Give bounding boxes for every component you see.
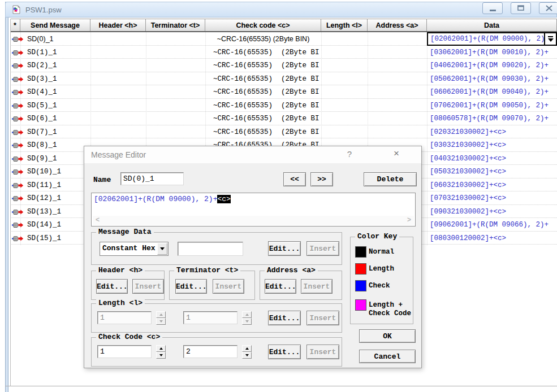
- data-cell[interactable]: [02062001]+(R(DM 09000), 2)+: [427, 32, 557, 46]
- table-row[interactable]: SD(6)_1~CRC-16(65535) (2Byte BI[08060578…: [10, 112, 557, 125]
- column-header-[interactable]: *: [10, 19, 20, 31]
- check-code-insert-button[interactable]: Insert: [306, 345, 339, 359]
- dialog-close-icon[interactable]: ×: [390, 148, 403, 159]
- check-code-cell: ~CRC-16(65535) (2Byte BI: [205, 88, 321, 98]
- length-spinner-1[interactable]: [156, 311, 166, 325]
- next-message-button[interactable]: >>: [310, 172, 333, 186]
- spin-up-icon[interactable]: [156, 311, 166, 318]
- column-header-check-code-c[interactable]: Check code <c>: [205, 19, 321, 31]
- combo-dropdown-button[interactable]: [157, 243, 167, 255]
- cell-dropdown-button[interactable]: [544, 33, 556, 45]
- message-content-box[interactable]: [02062001]+(R(DM 09000), 2)+<c> < >: [91, 193, 416, 227]
- check-code-cell: ~CRC-16(65535) (2Byte BI: [205, 102, 321, 111]
- send-message-plug-icon: [11, 88, 24, 95]
- column-header-length-l[interactable]: Length <l>: [321, 19, 368, 31]
- send-message-plug-icon: [11, 102, 24, 109]
- color-key-item-label: Check: [369, 282, 390, 290]
- window-titlebar[interactable]: PSW1.psw: [5, 2, 557, 18]
- data-cell: [020321030002]+<c>: [427, 125, 557, 139]
- color-key-group: Color Key NormalLengthCheckLength + Chec…: [350, 237, 413, 324]
- table-row[interactable]: SD(0)_1~CRC-16(65535) (2Byte BIN)[020620…: [10, 32, 557, 46]
- data-type-combobox[interactable]: Constant Hex: [100, 242, 169, 256]
- delete-button[interactable]: Delete: [364, 172, 417, 186]
- cancel-button[interactable]: Cancel: [359, 350, 416, 363]
- length-value-2[interactable]: [183, 311, 238, 324]
- column-header-address-a[interactable]: Address <a>: [368, 19, 427, 31]
- data-cell: [09062001]+(R(DM 09066), 2)+: [427, 218, 557, 232]
- check-code-group-label: Check Code <c>: [96, 333, 162, 341]
- ok-button[interactable]: OK: [359, 329, 416, 343]
- message-editor-dialog: Message Editor ? × Name << >> Delete [02…: [84, 146, 422, 368]
- window-left-frame: [5, 2, 8, 392]
- color-swatch: [355, 246, 366, 258]
- data-cell: [060321030002]+<c>: [427, 178, 557, 192]
- address-edit-button[interactable]: Edit...: [265, 279, 296, 294]
- message-data-edit-button[interactable]: Edit...: [268, 241, 301, 256]
- header-edit-button[interactable]: Edit...: [96, 279, 128, 294]
- table-row[interactable]: SD(3)_1~CRC-16(65535) (2Byte BI[05062001…: [10, 72, 557, 86]
- message-data-insert-button[interactable]: Insert: [306, 241, 339, 256]
- table-row[interactable]: SD(7)_1~CRC-16(65535) (2Byte BI[02032103…: [10, 125, 557, 139]
- send-message-plug-icon: [11, 141, 24, 149]
- terminator-edit-button[interactable]: Edit...: [175, 279, 207, 294]
- color-swatch: [355, 263, 366, 275]
- header-insert-button[interactable]: Insert: [132, 279, 164, 294]
- column-header-data[interactable]: Data: [427, 19, 557, 31]
- column-header-send-message[interactable]: Send Message: [20, 19, 90, 31]
- chevron-down-icon: [160, 247, 165, 250]
- data-cell: [05062001]+(R(DM 09030), 2)+: [427, 72, 557, 86]
- send-message-name: SD(11)_1: [27, 181, 61, 189]
- send-message-plug-icon: [11, 155, 24, 162]
- terminator-insert-button[interactable]: Insert: [213, 279, 244, 294]
- data-cell: [080300120002]+<c>: [427, 232, 557, 245]
- color-key-label: Color Key: [355, 232, 399, 241]
- send-message-plug-icon: [11, 35, 24, 42]
- spin-up-icon[interactable]: [242, 311, 252, 318]
- table-row[interactable]: SD(1)_1~CRC-16(65535) (2Byte BI[03062001…: [10, 46, 557, 59]
- length-edit-button[interactable]: Edit...: [268, 311, 301, 325]
- spin-down-icon[interactable]: [156, 352, 166, 359]
- check-code-spinner-1[interactable]: [156, 345, 166, 359]
- length-insert-button[interactable]: Insert: [306, 311, 339, 325]
- table-row[interactable]: SD(2)_1~CRC-16(65535) (2Byte BI[04062001…: [10, 59, 557, 72]
- length-group-label: Length <l>: [96, 299, 145, 307]
- spin-down-icon[interactable]: [156, 318, 166, 325]
- check-code-spinner-2[interactable]: [242, 345, 252, 359]
- message-data-input[interactable]: [178, 242, 243, 256]
- data-cell: [030321030002]+<c>: [427, 138, 557, 152]
- send-message-name: SD(7)_1: [27, 128, 57, 136]
- check-code-value-1[interactable]: [97, 345, 152, 358]
- send-message-name: SD(2)_1: [27, 62, 57, 69]
- prev-message-button[interactable]: <<: [283, 172, 306, 186]
- terminator-group: Terminator <t> Edit... Insert: [169, 271, 255, 300]
- column-header-terminator-t[interactable]: Terminator <t>: [146, 19, 205, 31]
- length-spinner-2[interactable]: [242, 311, 252, 325]
- help-icon[interactable]: ?: [343, 149, 356, 159]
- send-message-plug-icon: [11, 208, 24, 215]
- restore-button[interactable]: [511, 2, 531, 14]
- check-code-value-2[interactable]: [183, 345, 238, 358]
- spin-up-icon[interactable]: [156, 345, 166, 352]
- check-code-edit-button[interactable]: Edit...: [268, 345, 301, 359]
- data-cell: [090321030002]+<c>: [427, 205, 557, 219]
- table-row[interactable]: SD(5)_1~CRC-16(65535) (2Byte BI[07062001…: [10, 99, 557, 112]
- spin-up-icon[interactable]: [242, 345, 252, 352]
- color-key-item-label: Length: [369, 265, 394, 273]
- data-cell: [04062001]+(R(DM 09020), 2)+: [427, 59, 557, 72]
- length-value-1[interactable]: [97, 311, 152, 324]
- close-button[interactable]: [539, 2, 557, 14]
- scroll-right-icon[interactable]: >: [407, 216, 411, 224]
- message-scrollbar[interactable]: < >: [93, 216, 414, 225]
- data-cell: [070321030002]+<c>: [427, 191, 557, 205]
- message-expression: [02062001]+(R(DM 09000), 2)+<c>: [94, 195, 231, 203]
- address-insert-button[interactable]: Insert: [301, 279, 333, 294]
- send-message-name: SD(14)_1: [27, 221, 61, 229]
- table-row[interactable]: SD(4)_1~CRC-16(65535) (2Byte BI[06062001…: [10, 85, 557, 99]
- spin-down-icon[interactable]: [242, 318, 252, 325]
- minimize-button[interactable]: [482, 2, 503, 14]
- column-header-header-h[interactable]: Header <h>: [90, 19, 146, 31]
- spin-down-icon[interactable]: [242, 352, 252, 359]
- name-input[interactable]: [120, 172, 184, 185]
- scroll-left-icon[interactable]: <: [96, 216, 100, 224]
- dialog-titlebar[interactable]: Message Editor ? ×: [84, 146, 421, 163]
